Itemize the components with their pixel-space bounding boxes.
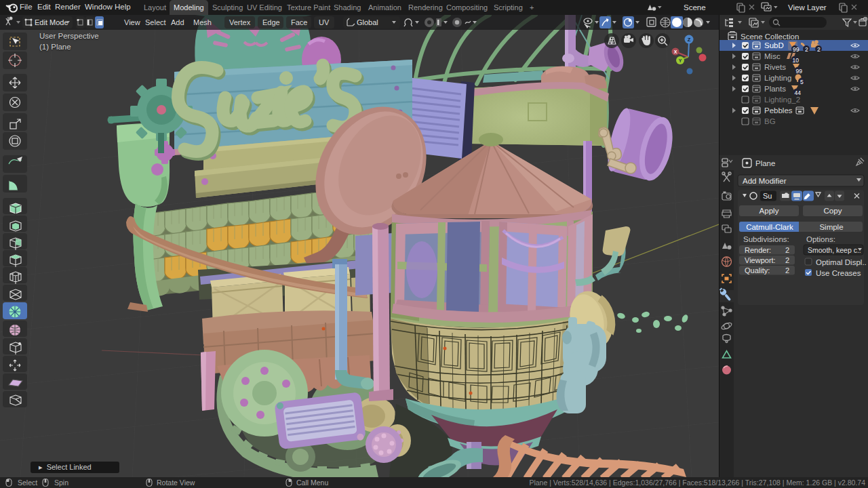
- svg-text:SubD: SubD: [764, 41, 784, 49]
- svg-text:99: 99: [796, 68, 803, 75]
- svg-text:View: View: [124, 18, 140, 26]
- svg-text:Render:: Render:: [745, 246, 771, 254]
- svg-text:View Layer: View Layer: [788, 3, 827, 12]
- svg-text:X: X: [674, 49, 677, 54]
- svg-text:Z: Z: [688, 37, 691, 43]
- svg-text:BG: BG: [764, 117, 776, 125]
- svg-text:Catmull-Clark: Catmull-Clark: [746, 223, 793, 231]
- svg-text:Quality:: Quality:: [745, 266, 770, 274]
- svg-text:44: 44: [795, 89, 802, 96]
- svg-text:Scene: Scene: [684, 3, 706, 12]
- svg-text:Misc: Misc: [764, 52, 781, 60]
- svg-text:Su: Su: [763, 192, 772, 200]
- svg-text:Options:: Options:: [806, 235, 835, 243]
- svg-text:Global: Global: [357, 18, 378, 26]
- svg-text:Apply: Apply: [760, 207, 779, 215]
- svg-text:Plane: Plane: [755, 159, 775, 167]
- svg-text:99: 99: [793, 46, 800, 53]
- svg-text:Plants: Plants: [764, 85, 786, 93]
- svg-text:Edge: Edge: [262, 18, 280, 26]
- svg-text:Vertex: Vertex: [229, 18, 251, 26]
- svg-text:Edit Mode: Edit Mode: [35, 18, 68, 26]
- svg-text:Copy: Copy: [824, 207, 842, 215]
- svg-text:2: 2: [817, 46, 821, 53]
- svg-text:Simple: Simple: [819, 223, 843, 231]
- svg-text:Subdivisions:: Subdivisions:: [743, 235, 789, 243]
- svg-text:Smooth, keep c..: Smooth, keep c..: [808, 246, 861, 254]
- svg-text:Add Modifier: Add Modifier: [743, 177, 787, 185]
- svg-text:2: 2: [785, 246, 789, 254]
- svg-text:Mesh: Mesh: [193, 18, 212, 26]
- svg-text:2: 2: [785, 256, 789, 264]
- svg-text:Lighting_2: Lighting_2: [764, 96, 800, 104]
- svg-text:Viewport:: Viewport:: [745, 256, 776, 264]
- svg-text:5: 5: [800, 79, 804, 85]
- svg-text:Lighting: Lighting: [764, 74, 791, 82]
- svg-text:Pebbles: Pebbles: [764, 106, 793, 115]
- svg-text:Scene Collection: Scene Collection: [741, 33, 799, 41]
- svg-text:Face: Face: [291, 18, 307, 26]
- svg-text:Optimal Displ..: Optimal Displ..: [816, 258, 867, 266]
- svg-text:Y: Y: [679, 58, 682, 63]
- svg-text:2: 2: [805, 46, 808, 53]
- svg-text:Add: Add: [171, 18, 184, 26]
- svg-text:2: 2: [785, 266, 789, 274]
- svg-text:Use Creases: Use Creases: [816, 269, 861, 277]
- svg-text:UV: UV: [319, 18, 330, 26]
- svg-text:10: 10: [793, 57, 800, 64]
- svg-text:Rivets: Rivets: [764, 63, 786, 71]
- svg-text:Select: Select: [145, 18, 166, 26]
